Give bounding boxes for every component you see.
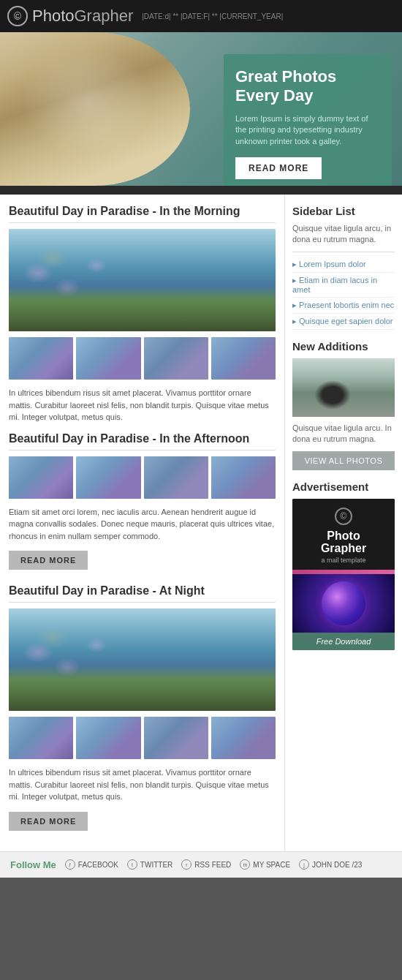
main-column: Beautiful Day in Paradise - In the Morni…	[0, 195, 285, 851]
logo-light: Grapher	[75, 7, 134, 25]
hero-shell-image	[0, 32, 190, 186]
sidebar-list-item-4[interactable]: Quisque eget sapien dolor	[292, 314, 395, 330]
myspace-label: MY SPACE	[253, 861, 290, 869]
footer-link-myspace[interactable]: m MY SPACE	[240, 859, 290, 870]
ad-free-download-label[interactable]: Free Download	[292, 633, 395, 650]
article-3-flowers-overlay	[9, 608, 276, 711]
article-2-thumbnails	[9, 456, 276, 499]
sidebar-list-item-1[interactable]: Lorem Ipsum dolor	[292, 257, 395, 273]
advertisement-title: Advertisement	[292, 480, 395, 493]
view-all-photos-button[interactable]: VIEW ALL PHOTOS	[292, 451, 395, 470]
thumbnail-3-2[interactable]	[76, 717, 140, 759]
article-1: Beautiful Day in Paradise - In the Morni…	[9, 205, 276, 423]
ad-camera-image	[292, 574, 395, 633]
content-area: Beautiful Day in Paradise - In the Morni…	[0, 195, 402, 851]
ad-logo-light: Grapher	[321, 542, 366, 554]
facebook-label: FACEBOOK	[78, 861, 118, 869]
thumbnail-1-4[interactable]	[211, 337, 276, 380]
article-1-title: Beautiful Day in Paradise - In the Morni…	[9, 205, 276, 223]
thumbnail-3-3[interactable]	[144, 717, 208, 759]
ad-camera-lens	[322, 581, 365, 625]
new-additions-image	[292, 358, 395, 417]
follow-me-label: Follow Me	[10, 859, 56, 870]
footer-link-rss[interactable]: r RSS FEED	[181, 859, 231, 870]
johndoe-label: JOHN DOE /23	[312, 861, 362, 869]
article-2-text: Etiam sit amet orci lorem, nec iaculis a…	[9, 506, 276, 543]
new-additions-desc: Quisque vitae ligula arcu. In dona eu ru…	[292, 423, 395, 445]
article-1-flowers-overlay	[9, 229, 276, 331]
article-1-text: In ultrices bibendum risus sit amet plac…	[9, 387, 276, 423]
footer-link-facebook[interactable]: f FACEBOOK	[65, 859, 118, 870]
thumbnail-3-1[interactable]	[9, 717, 73, 759]
rss-label: RSS FEED	[194, 861, 231, 869]
thumbnail-1-2[interactable]	[76, 337, 140, 380]
article-2: Beautiful Day in Paradise - In the After…	[9, 432, 276, 581]
bird-silhouette	[314, 380, 351, 410]
sidebar-list-item-2[interactable]: Etiam in diam lacus in amet	[292, 273, 395, 298]
twitter-label: TWITTER	[140, 861, 172, 869]
logo-text: PhotoGrapher	[32, 7, 133, 26]
sidebar-list: Lorem Ipsum dolor Etiam in diam lacus in…	[292, 257, 395, 330]
hero-overlay: Great Photos Every Day Lorem Ipsum is si…	[224, 54, 392, 186]
logo-icon: ©	[7, 6, 28, 26]
hero-description: Lorem Ipsum is simply dummy text of the …	[235, 113, 380, 147]
ad-box-top: © Photo Grapher a mail template	[292, 499, 395, 570]
hero-title: Great Photos Every Day	[235, 67, 380, 106]
footer-link-twitter[interactable]: t TWITTER	[127, 859, 172, 870]
sidebar: Sidebar List Quisque vitae ligula arcu, …	[285, 195, 402, 851]
thumbnail-2-3[interactable]	[144, 456, 208, 499]
article-1-main-image	[9, 229, 276, 331]
johndoe-icon: j	[299, 859, 309, 870]
ad-logo-icon: ©	[335, 508, 352, 525]
article-3-main-image	[9, 608, 276, 711]
sidebar-list-title: Sidebar List	[292, 205, 395, 217]
article-3-read-more-button[interactable]: READ MORE	[9, 812, 88, 831]
article-3-text: In ultrices bibendum risus sit amet plac…	[9, 766, 276, 803]
thumbnail-2-1[interactable]	[9, 456, 73, 499]
sidebar-divider-1	[292, 252, 395, 252]
footer: Follow Me f FACEBOOK t TWITTER r RSS FEE…	[0, 851, 402, 878]
thumbnail-1-1[interactable]	[9, 337, 73, 380]
rss-icon: r	[181, 859, 191, 870]
ad-box-title: Photo Grapher	[298, 529, 389, 555]
twitter-icon: t	[127, 859, 137, 870]
footer-link-johndoe[interactable]: j JOHN DOE /23	[299, 859, 362, 870]
dark-strip	[0, 186, 402, 195]
date-info: |DATE:d| ** |DATE:F| ** |CURRENT_YEAR|	[142, 12, 283, 20]
article-3-thumbnails	[9, 717, 276, 759]
advertisement-box: © Photo Grapher a mail template Free Dow…	[292, 499, 395, 650]
hero-read-more-button[interactable]: READ MORE	[235, 157, 322, 179]
myspace-icon: m	[240, 859, 250, 870]
article-2-read-more-button[interactable]: READ MORE	[9, 551, 88, 570]
article-2-title: Beautiful Day in Paradise - In the After…	[9, 432, 276, 451]
sidebar-list-item-3[interactable]: Praesent lobortis enim nec	[292, 298, 395, 314]
article-3-title: Beautiful Day in Paradise - At Night	[9, 584, 276, 603]
ad-logo-bold: Photo	[327, 529, 360, 542]
thumbnail-1-3[interactable]	[144, 337, 208, 380]
header: © PhotoGrapher |DATE:d| ** |DATE:F| ** |…	[0, 0, 402, 32]
article-1-thumbnails	[9, 337, 276, 380]
logo-area: © PhotoGrapher |DATE:d| ** |DATE:F| ** |…	[7, 6, 283, 26]
new-additions-title: New Additions	[292, 340, 395, 353]
sidebar-list-desc: Quisque vitae ligula arcu, in dona eu ru…	[292, 223, 395, 246]
facebook-icon: f	[65, 859, 75, 870]
thumbnail-2-4[interactable]	[211, 456, 276, 499]
thumbnail-3-4[interactable]	[211, 717, 276, 759]
logo-bold: Photo	[32, 7, 75, 25]
hero-banner: Great Photos Every Day Lorem Ipsum is si…	[0, 32, 402, 186]
article-3: Beautiful Day in Paradise - At Night In …	[9, 584, 276, 841]
thumbnail-2-2[interactable]	[76, 456, 140, 499]
ad-tagline: a mail template	[298, 557, 389, 564]
